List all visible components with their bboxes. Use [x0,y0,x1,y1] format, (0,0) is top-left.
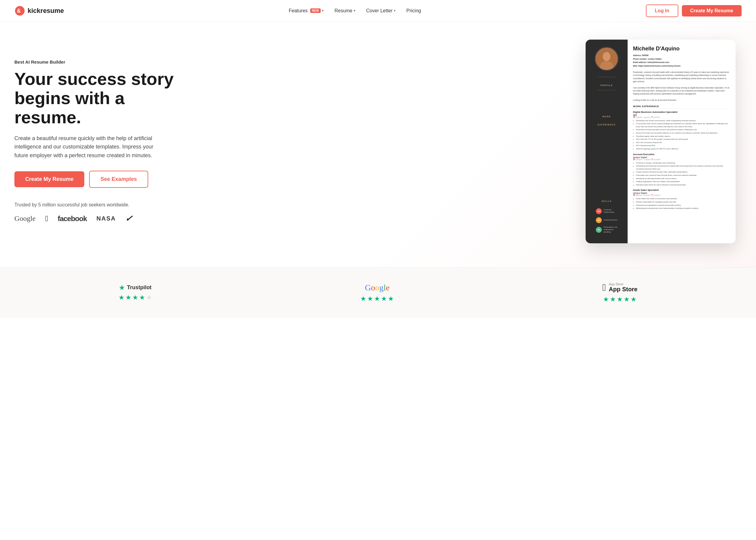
job-bullets-3: Inside Sales from leads to conversion an… [633,198,730,210]
sidebar-work-label: WORK [598,115,616,118]
facebook-logo: facebook [58,214,87,223]
job-meta-2: 📅 11/2014 – 10/2015 📍 AUSTIN [633,158,730,161]
google-letter-g2: g [379,283,383,292]
bullet: Focused in storage, virtualization and n… [636,162,730,165]
trustpilot-star-icon: ★ [119,284,124,291]
resume-profile: Passionate, customer-focused leader with… [633,71,730,102]
google-logo: Google [14,214,36,222]
star-rating: ★ ★ ★ ★ ★ [118,294,152,302]
star-icon: ★ [360,295,366,303]
logo-icon: & [14,5,25,16]
bullet: Developing and fostering strong business… [636,165,730,170]
bullet: Create solutions demand through sales ca… [636,171,730,174]
profile-text-3: Looking to take on a role as an Account … [633,99,677,101]
nav-actions: Log In Create My Resume [646,5,742,17]
resume-label: Resume [334,8,352,14]
svg-point-3 [603,52,610,61]
job-bullets-1: Developed and closed new business, while… [633,119,730,151]
bullet: Partnered and negotiated of special pric… [636,204,730,207]
cover-letter-menu[interactable]: Cover Letter ▾ [362,6,400,16]
bullet: A successful track record using knowledg… [636,122,730,128]
bullet: 2017 NA Conversion Rate10.4% [636,141,730,144]
new-badge: NEW [310,8,321,13]
chevron-down-icon: ▾ [354,9,355,13]
trustpilot-logo: ★ Trustpilot [119,284,152,291]
job-meta-1: 📅 10/2015 – present 📍 AUSTIN [633,116,730,118]
nike-logo: ✓ [124,213,133,223]
bullet: Holding negotiations with key retailers … [636,180,730,183]
appstore-label: App Store [609,286,638,293]
sidebar-profile-label: PROFILE [601,84,613,86]
nasa-logo: NASA [97,215,116,222]
svg-text:&: & [17,8,21,14]
star-icon: ★ [381,295,387,303]
google-letter-e: e [386,283,389,292]
google-letter-l: l [383,283,386,292]
job-title-3: Inside Sales Specialist [633,189,730,192]
profile-text-2: I am currently in the IBM Hybrid Cloud S… [633,87,730,95]
social-proof-section: ★ Trustpilot ★ ★ ★ ★ ★ Google ★ ★ ★ ★ ★ … [0,267,756,318]
resume-main: Michelle D'Aquino Address: 909999 Phone … [628,40,736,243]
avatar [595,47,619,71]
apple-icon:  [602,282,606,293]
job-title-2: Account Executive [633,153,730,156]
job-meta-3: 📅 08/2013 – 01/2015 📍 AUSTIN [633,194,730,196]
job-location-2: AUSTIN [654,159,660,161]
apple-logo:  [45,214,48,223]
appstore-star-rating: ★ ★ ★ ★ ★ [603,296,637,303]
create-resume-hero-button[interactable]: Create My Resume [14,171,84,187]
work-section-title: Work Experience [633,105,730,109]
pricing-link[interactable]: Pricing [402,6,426,16]
job-company-1: IBM [633,114,730,116]
email-label: Email address: hello@kickresume.com [633,61,669,63]
create-resume-nav-button[interactable]: Create My Resume [682,5,742,17]
sidebar-skills-label: SKILLS [596,200,617,202]
sidebar-divider [598,77,616,77]
job-location-1: AUSTIN [653,116,660,118]
star-icon: ★ [118,294,124,302]
job-company-3: Unique Digital [633,192,730,194]
address-value: 909999 [642,54,649,57]
bullet: Directly responsible for managing quotes… [636,201,730,204]
brand-logos: Google  facebook NASA ✓ [14,213,189,223]
star-icon-empty: ★ [146,294,152,302]
hero-subtitle: Create a beautiful resume quickly with t… [14,134,165,160]
email-value: hello@kickresume.com [647,61,669,63]
resume-candidate-name: Michelle D'Aquino [633,46,730,52]
appstore-logo:  App Store App Store [602,282,638,293]
job-title-1: Digital Business Automation Specialist [633,111,730,113]
logo[interactable]: & kickresume [14,5,64,16]
star-icon: ★ [603,296,609,303]
resume-menu[interactable]: Resume ▾ [330,6,360,16]
sidebar-experience-label: EXPERIENCE [598,124,616,126]
google-letter-g: G [365,283,371,292]
trustpilot-proof: ★ Trustpilot ★ ★ ★ ★ ★ [118,284,152,302]
navigation: & kickresume Features NEW ▾ Resume ▾ Cov… [0,0,756,22]
web-value: https://www.kickresume.com/cv/mary-hoove… [638,65,681,67]
hero-title: Your success story begins with a resume. [14,69,189,127]
skill-item: 100 Closing Business [596,217,617,223]
hero-section: Best AI Resume Builder Your success stor… [0,22,756,267]
see-examples-button[interactable]: See Examples [89,171,148,188]
features-label: Features [289,8,308,14]
skill-name-presentation: Presentation andprofessionalspeaking [604,226,617,233]
appstore-sub: App Store [609,282,638,286]
job-dates-2: 11/2014 – 10/2015 [636,159,651,161]
bullet: Providing regular sales and activity rep… [636,135,730,138]
profile-text-1: Passionate, customer-focused leader with… [633,71,729,82]
bullet: Presented and demonstrated process impro… [636,128,730,131]
skill-score-presentation: 95 [596,227,602,233]
trustpilot-label: Trustpilot [127,284,152,291]
features-menu[interactable]: Features NEW ▾ [284,6,327,16]
star-icon: ★ [388,295,394,303]
bullet: Generated new customer base through dire… [636,174,730,177]
bullet: 2017 New NA YTY 24.4% growth, including … [636,138,730,141]
star-icon: ★ [374,295,380,303]
hero-buttons: Create My Resume See Examples [14,171,189,188]
resume-contact: Address: 909999 Phone number: contact hi… [633,54,730,68]
job-dates-1: 10/2015 – present [636,116,650,118]
phone-label: Phone number: contact hidden [633,58,662,60]
star-icon: ★ [610,296,616,303]
login-button[interactable]: Log In [646,5,678,17]
job-bullets-2: Focused in storage, virtualization and n… [633,162,730,187]
